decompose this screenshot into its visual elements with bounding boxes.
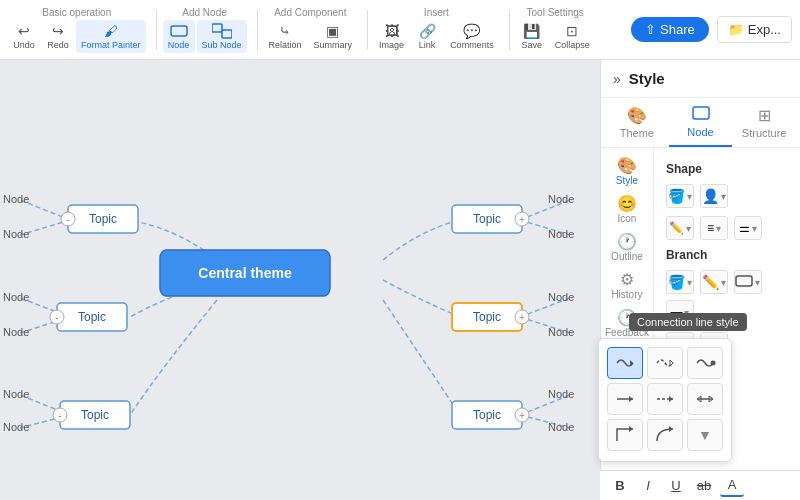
conn-style-5[interactable] — [647, 383, 683, 415]
folder-icon: 📁 — [728, 22, 744, 37]
svg-text:Topic: Topic — [78, 310, 106, 324]
side-tab-style[interactable]: 🎨 Style — [616, 156, 638, 186]
redo-button[interactable]: ↪ Redo — [42, 20, 74, 53]
font-color-button[interactable]: A — [720, 475, 744, 497]
svg-text:Node: Node — [548, 291, 574, 303]
undo-button[interactable]: ↩ Undo — [8, 20, 40, 53]
svg-text:Topic: Topic — [473, 212, 501, 226]
branch-color-picker[interactable]: ✏️ ▾ — [700, 270, 728, 294]
shape-align-picker[interactable]: ≡ ▾ — [700, 216, 728, 240]
conn-style-arrow[interactable]: ▼ — [687, 419, 723, 451]
node-button[interactable]: Node — [163, 20, 195, 53]
svg-text:Node: Node — [548, 326, 574, 338]
underline-button[interactable]: U — [664, 475, 688, 497]
align-icon: ≡ — [707, 221, 714, 235]
border-icon: ✏️ — [669, 221, 684, 235]
tab-structure[interactable]: ⊞ Structure — [732, 98, 796, 147]
svg-text:Topic: Topic — [89, 212, 117, 226]
collapse-icon: ⊡ — [562, 23, 582, 39]
branch-fill-picker[interactable]: 🪣 ▾ — [666, 270, 694, 294]
fill-icon: 🪣 — [668, 188, 685, 204]
svg-rect-0 — [171, 26, 187, 36]
svg-rect-53 — [693, 107, 709, 119]
branch-shape-picker[interactable]: ▾ — [734, 270, 762, 294]
format-painter-button[interactable]: 🖌 Format Painter — [76, 20, 146, 53]
basic-op-items: ↩ Undo ↪ Redo 🖌 Format Painter — [8, 20, 146, 53]
svg-text:Node: Node — [548, 388, 574, 400]
svg-text:Topic: Topic — [81, 408, 109, 422]
add-component-label: Add Component — [274, 7, 346, 18]
basic-operation-group: Basic operation ↩ Undo ↪ Redo 🖌 Format P… — [8, 7, 146, 53]
svg-text:Central theme: Central theme — [198, 265, 292, 281]
tooltip: Connection line style — [629, 313, 747, 331]
side-tab-outline[interactable]: 🕐 Outline — [611, 232, 643, 262]
mindmap-canvas[interactable]: Node Node Node Node Node Node Node Node … — [0, 60, 600, 500]
add-node-items: Node Sub Node — [163, 20, 247, 53]
mindmap-svg: Node Node Node Node Node Node Node Node … — [0, 60, 600, 500]
conn-style-8[interactable] — [647, 419, 683, 451]
divider-4 — [509, 10, 510, 50]
shape-lines-picker[interactable]: ⚌ ▾ — [734, 216, 762, 240]
shape-border-picker[interactable]: ✏️ ▾ — [666, 216, 694, 240]
side-tab-history[interactable]: ⚙ History — [611, 270, 642, 300]
comments-button[interactable]: 💬 Comments — [445, 20, 499, 53]
add-node-label: Add Node — [182, 7, 226, 18]
svg-text:+: + — [519, 410, 525, 421]
style-side-icon: 🎨 — [617, 156, 637, 175]
conn-style-1[interactable] — [607, 347, 643, 379]
collapse-button[interactable]: ⊡ Collapse — [550, 20, 595, 53]
italic-button[interactable]: I — [636, 475, 660, 497]
undo-icon: ↩ — [14, 23, 34, 39]
svg-text:-: - — [58, 410, 61, 421]
svg-text:-: - — [55, 312, 58, 323]
divider-3 — [367, 10, 368, 50]
shape-border-row: ✏️ ▾ ≡ ▾ ⚌ ▾ — [666, 216, 788, 240]
svg-text:+: + — [519, 312, 525, 323]
share-icon: ⇧ — [645, 22, 656, 37]
image-button[interactable]: 🖼 Image — [374, 20, 409, 53]
shape-section-title: Shape — [666, 162, 788, 176]
shape-avatar-picker[interactable]: 👤 ▾ — [700, 184, 728, 208]
add-component-items: ⤷ Relation ▣ Summary — [264, 20, 358, 53]
svg-text:+: + — [519, 214, 525, 225]
save-button[interactable]: 💾 Save — [516, 20, 548, 53]
svg-rect-54 — [736, 276, 752, 286]
conn-style-4[interactable] — [607, 383, 643, 415]
svg-rect-2 — [222, 30, 232, 38]
svg-text:Node: Node — [548, 193, 574, 205]
panel-header: » Style — [601, 60, 800, 98]
side-tab-icon[interactable]: 😊 Icon — [617, 194, 637, 224]
shape-fill-picker[interactable]: 🪣 ▾ — [666, 184, 694, 208]
expand-button[interactable]: 📁 Exp... — [717, 16, 792, 43]
panel-expand-icon[interactable]: » — [613, 71, 621, 87]
icon-side-icon: 😊 — [617, 194, 637, 213]
svg-text:Node: Node — [3, 326, 29, 338]
svg-rect-1 — [212, 24, 222, 32]
summary-button[interactable]: ▣ Summary — [309, 20, 358, 53]
tab-node[interactable]: Node — [669, 98, 733, 147]
bold-button[interactable]: B — [608, 475, 632, 497]
sub-node-button[interactable]: Sub Node — [197, 20, 247, 53]
svg-text:Topic: Topic — [473, 408, 501, 422]
outline-side-icon: 🕐 — [617, 232, 637, 251]
save-icon: 💾 — [522, 23, 542, 39]
insert-label: Insert — [424, 7, 449, 18]
conn-style-2[interactable] — [647, 347, 683, 379]
link-button[interactable]: 🔗 Link — [411, 20, 443, 53]
insert-group: Insert 🖼 Image 🔗 Link 💬 Comments — [374, 7, 499, 53]
relation-button[interactable]: ⤷ Relation — [264, 20, 307, 53]
svg-marker-61 — [669, 396, 673, 402]
history-side-icon: ⚙ — [620, 270, 634, 289]
conn-style-6[interactable] — [687, 383, 723, 415]
toolbar-right: ⇧ Share 📁 Exp... — [631, 16, 792, 43]
add-component-group: Add Component ⤷ Relation ▣ Summary — [264, 7, 358, 53]
strikethrough-button[interactable]: ab — [692, 475, 716, 497]
svg-text:Topic: Topic — [473, 310, 501, 324]
theme-tab-icon: 🎨 — [627, 106, 647, 125]
conn-style-7[interactable] — [607, 419, 643, 451]
shape-fill-row: 🪣 ▾ 👤 ▾ — [666, 184, 788, 208]
share-button[interactable]: ⇧ Share — [631, 17, 709, 42]
tab-theme[interactable]: 🎨 Theme — [605, 98, 669, 147]
conn-style-3[interactable] — [687, 347, 723, 379]
image-icon: 🖼 — [382, 23, 402, 39]
